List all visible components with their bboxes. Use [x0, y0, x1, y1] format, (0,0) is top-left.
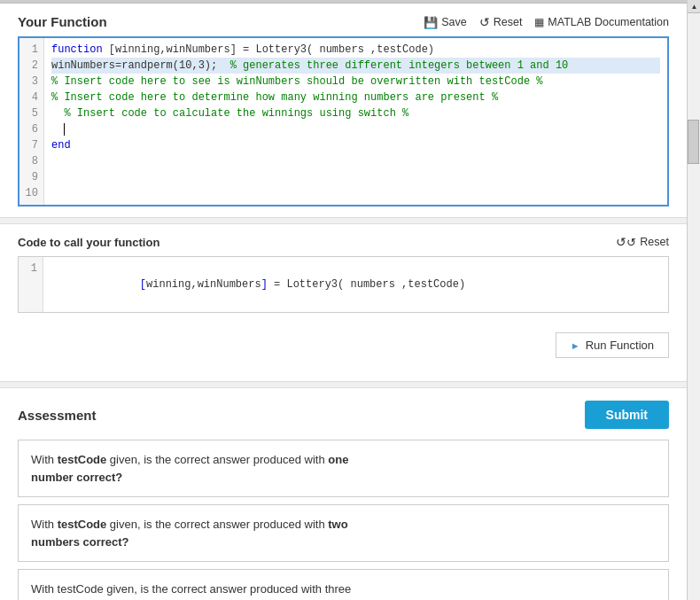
item3-text: With testCode given, is the correct answ… — [31, 582, 351, 596]
code-content: function [winning,winNumbers] = Lottery3… — [44, 38, 667, 205]
item1-text2: given, is the correct answer produced wi… — [106, 453, 328, 466]
call-function-title: Code to call your function — [18, 236, 159, 249]
run-function-label: Run Function — [586, 339, 654, 352]
bracket-close: ] — [261, 278, 268, 291]
winning-var: winning,winNumbers — [146, 278, 261, 291]
code-area: 12345678910 function [winning,winNumbers… — [19, 38, 667, 205]
scrollbar-up-button[interactable]: ▲ — [688, 0, 700, 13]
item1-testcode: testCode — [58, 453, 107, 466]
spacer — [0, 367, 687, 381]
your-function-title: Your Function — [18, 14, 107, 29]
function-code-editor[interactable]: 12345678910 function [winning,winNumbers… — [18, 36, 669, 206]
call-reset-button[interactable]: ↺ Reset — [616, 235, 669, 249]
item2-text2: given, is the correct answer produced wi… — [106, 518, 328, 531]
call-code-content: [winning,winNumbers] = Lottery3( numbers… — [43, 257, 472, 312]
call-code-editor[interactable]: 1 [winning,winNumbers] = Lottery3( numbe… — [18, 256, 669, 313]
assessment-item-3: With testCode given, is the correct answ… — [18, 569, 669, 600]
your-function-header: Your Function Save Reset MATLAB Document… — [18, 14, 669, 29]
call-function-header: Code to call your function ↺ Reset — [18, 235, 669, 249]
matlab-doc-label: MATLAB Documentation — [548, 16, 669, 28]
page-wrapper: Your Function Save Reset MATLAB Document… — [0, 0, 700, 600]
bracket-open: [ — [140, 278, 146, 291]
call-function-section: Code to call your function ↺ Reset 1 [wi… — [0, 224, 687, 323]
save-icon — [424, 15, 438, 29]
call-code-area: 1 [winning,winNumbers] = Lottery3( numbe… — [19, 257, 668, 312]
submit-button[interactable]: Submit — [585, 401, 669, 429]
scrollbar-handle[interactable] — [688, 120, 699, 164]
reset-label: Reset — [494, 16, 523, 28]
header-actions: Save Reset MATLAB Documentation — [424, 15, 669, 29]
assessment-item-2: With testCode given, is the correct answ… — [18, 504, 669, 562]
assessment-title: Assessment — [18, 408, 96, 423]
assessment-header: Assessment Submit — [18, 401, 669, 429]
right-scrollbar[interactable]: ▲ ▼ — [687, 0, 700, 600]
run-function-button[interactable]: ► Run Function — [556, 332, 669, 358]
save-label: Save — [441, 16, 467, 28]
run-button-container: ► Run Function — [0, 323, 687, 367]
item2-testcode: testCode — [58, 518, 107, 531]
section-divider — [0, 217, 687, 224]
call-reset-icon: ↺ — [616, 235, 636, 249]
item1-text1: With — [31, 453, 58, 466]
call-code-line: [winning,winNumbers] = Lottery3( numbers… — [51, 261, 465, 308]
scrollbar-track — [688, 13, 700, 600]
assessment-item-1: With testCode given, is the correct answ… — [18, 440, 669, 497]
your-function-section: Your Function Save Reset MATLAB Document… — [0, 4, 687, 217]
item2-text1: With — [31, 518, 58, 531]
assessment-section: Assessment Submit With testCode given, i… — [0, 388, 687, 600]
call-reset-label: Reset — [640, 236, 669, 248]
equals-sign: = Lottery3( numbers ,testCode) — [268, 278, 465, 291]
save-button[interactable]: Save — [424, 15, 467, 29]
matlab-icon — [534, 16, 544, 28]
reset-icon — [479, 15, 490, 29]
content-area: Your Function Save Reset MATLAB Document… — [0, 0, 687, 600]
matlab-doc-link[interactable]: MATLAB Documentation — [534, 16, 669, 28]
call-line-numbers: 1 — [19, 257, 43, 312]
reset-button[interactable]: Reset — [479, 15, 523, 29]
line-numbers: 12345678910 — [19, 38, 44, 205]
assessment-divider — [0, 381, 687, 388]
play-icon: ► — [571, 340, 580, 351]
